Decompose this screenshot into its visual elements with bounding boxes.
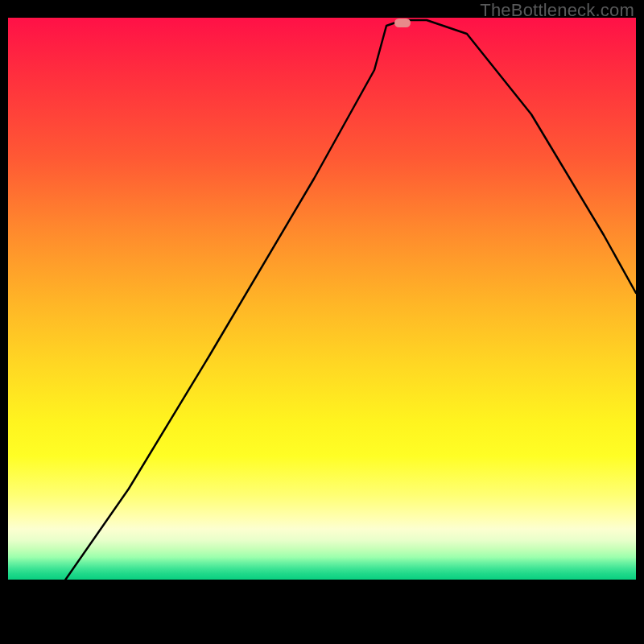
optimal-point-marker bbox=[394, 19, 411, 27]
bottleneck-line-icon bbox=[64, 20, 636, 581]
watermark-text: TheBottleneck.com bbox=[480, 0, 634, 21]
chart-curve bbox=[8, 18, 636, 581]
chart-frame bbox=[8, 18, 636, 638]
